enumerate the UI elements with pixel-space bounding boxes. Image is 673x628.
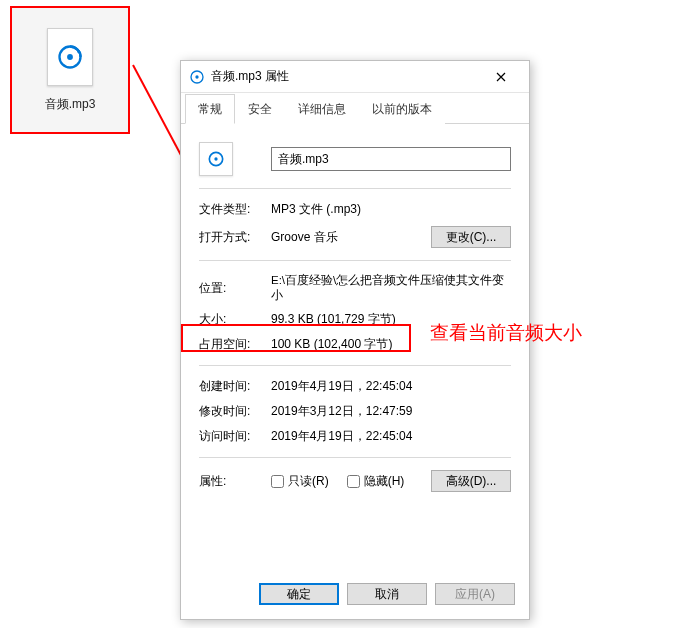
desktop-file[interactable]: 音频.mp3 [10,6,130,134]
open-with-label: 打开方式: [199,229,271,246]
title-text: 音频.mp3 属性 [211,68,481,85]
tab-details[interactable]: 详细信息 [285,94,359,124]
ok-button[interactable]: 确定 [259,583,339,605]
readonly-check-label: 只读(R) [288,473,329,490]
size-label: 大小: [199,311,271,328]
filetype-icon [199,142,233,176]
created-value: 2019年4月19日，22:45:04 [271,378,511,395]
annotation-text: 查看当前音频大小 [430,320,582,346]
tab-security[interactable]: 安全 [235,94,285,124]
accessed-value: 2019年4月19日，22:45:04 [271,428,511,445]
hidden-check-label: 隐藏(H) [364,473,405,490]
modified-label: 修改时间: [199,403,271,420]
disk-label: 占用空间: [199,336,271,353]
tab-strip: 常规 安全 详细信息 以前的版本 [181,93,529,124]
dialog-footer: 确定 取消 应用(A) [181,573,529,619]
modified-value: 2019年3月12日，12:47:59 [271,403,511,420]
title-icon [189,69,205,85]
open-with-value: Groove 音乐 [271,229,431,246]
content-panel: 文件类型: MP3 文件 (.mp3) 打开方式: Groove 音乐 更改(C… [181,124,529,573]
created-label: 创建时间: [199,378,271,395]
apply-button[interactable]: 应用(A) [435,583,515,605]
svg-point-7 [214,157,217,160]
type-value: MP3 文件 (.mp3) [271,201,511,218]
titlebar: 音频.mp3 属性 [181,61,529,93]
desktop-file-inner: 音频.mp3 [12,8,128,132]
tab-previous[interactable]: 以前的版本 [359,94,445,124]
close-button[interactable] [481,63,521,91]
readonly-check-input[interactable] [271,475,284,488]
close-icon [496,72,506,82]
attributes-label: 属性: [199,473,271,490]
desktop-file-label: 音频.mp3 [45,96,96,113]
location-value: E:\百度经验\怎么把音频文件压缩使其文件变小 [271,273,511,303]
advanced-button[interactable]: 高级(D)... [431,470,511,492]
location-label: 位置: [199,280,271,297]
type-label: 文件类型: [199,201,271,218]
filename-input[interactable] [271,147,511,171]
accessed-label: 访问时间: [199,428,271,445]
file-thumb-icon [47,28,93,86]
hidden-checkbox[interactable]: 隐藏(H) [347,473,405,490]
readonly-checkbox[interactable]: 只读(R) [271,473,329,490]
svg-point-1 [67,54,73,60]
cancel-button[interactable]: 取消 [347,583,427,605]
svg-point-5 [195,75,198,78]
change-button[interactable]: 更改(C)... [431,226,511,248]
tab-general[interactable]: 常规 [185,94,235,124]
hidden-check-input[interactable] [347,475,360,488]
